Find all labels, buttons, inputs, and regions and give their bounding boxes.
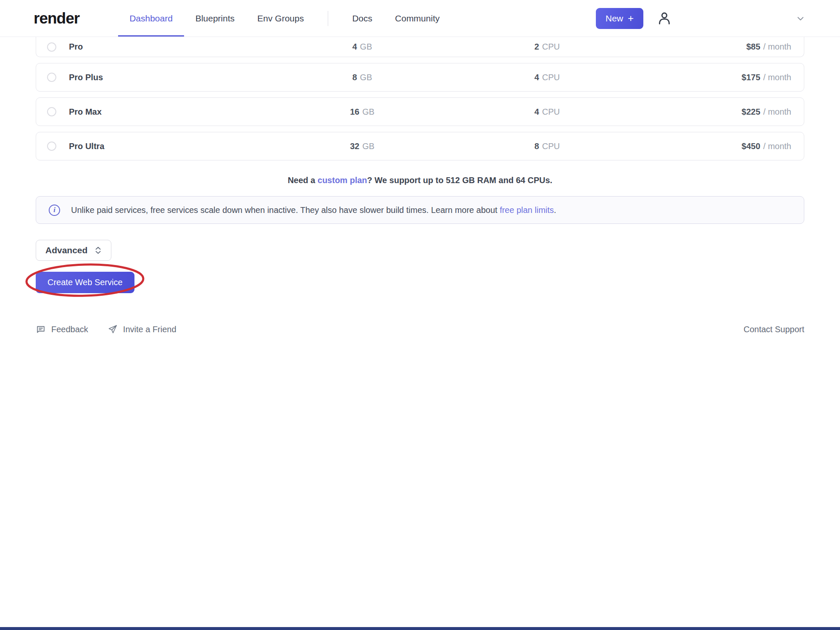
new-button-label: New — [606, 13, 623, 24]
plan-radio[interactable] — [47, 142, 56, 151]
page-footer: Feedback Invite a Friend Contact Support — [36, 324, 804, 334]
nav-item-docs[interactable]: Docs — [341, 0, 384, 37]
invite-friend-label: Invite a Friend — [123, 325, 176, 334]
plan-price: $175/ month — [640, 73, 793, 82]
notice-text-before: Unlike paid services, free services scal… — [71, 205, 500, 215]
chevron-down-icon[interactable] — [795, 13, 806, 24]
plan-ram: 4GB — [270, 42, 455, 52]
free-plan-notice: i Unlike paid services, free services sc… — [36, 196, 804, 224]
plan-cpu: 4CPU — [455, 107, 640, 117]
notice-text-after: . — [554, 205, 556, 215]
custom-plan-prefix: Need a — [288, 176, 318, 185]
plan-row[interactable]: Pro Ultra 32GB 8CPU $450/ month — [36, 132, 804, 160]
plan-cpu: 8CPU — [455, 142, 640, 151]
plan-name: Pro Max — [69, 107, 270, 117]
custom-plan-link[interactable]: custom plan — [318, 176, 367, 185]
feedback-label: Feedback — [51, 325, 88, 334]
plan-name: Pro Ultra — [69, 142, 270, 151]
create-section: Create Web Service — [36, 272, 134, 293]
plan-ram: 32GB — [270, 142, 455, 151]
custom-plan-suffix: ? We support up to 512 GB RAM and 64 CPU… — [367, 176, 553, 185]
plan-price: $85/ month — [640, 42, 793, 52]
nav-item-dashboard[interactable]: Dashboard — [118, 0, 184, 37]
notice-text: Unlike paid services, free services scal… — [71, 205, 556, 215]
nav-right: New + — [596, 0, 806, 37]
plus-icon: + — [628, 13, 634, 24]
user-avatar-icon[interactable] — [656, 10, 673, 27]
main-content: Pro 4GB 2CPU $85/ month Pro Plus 8GB 4CP… — [0, 37, 840, 334]
advanced-label: Advanced — [45, 245, 87, 255]
create-web-service-button[interactable]: Create Web Service — [36, 272, 134, 293]
plan-cpu: 4CPU — [455, 73, 640, 82]
plan-row[interactable]: Pro Max 16GB 4CPU $225/ month — [36, 97, 804, 126]
plan-price: $225/ month — [640, 107, 793, 117]
bottom-edge-bar — [0, 627, 840, 630]
primary-nav: Dashboard Blueprints Env Groups Docs Com… — [118, 0, 451, 37]
invite-friend-link[interactable]: Invite a Friend — [108, 324, 176, 334]
plan-radio[interactable] — [47, 42, 56, 52]
send-icon — [108, 324, 118, 334]
nav-item-env-groups[interactable]: Env Groups — [246, 0, 315, 37]
nav-divider — [328, 11, 328, 26]
chevron-up-down-icon — [95, 245, 102, 255]
plan-radio[interactable] — [47, 73, 56, 82]
nav-item-blueprints[interactable]: Blueprints — [184, 0, 246, 37]
advanced-toggle[interactable]: Advanced — [36, 240, 111, 261]
plan-list: Pro 4GB 2CPU $85/ month Pro Plus 8GB 4CP… — [36, 37, 804, 160]
nav-item-community[interactable]: Community — [384, 0, 451, 37]
top-nav: render Dashboard Blueprints Env Groups D… — [0, 0, 840, 37]
plan-radio[interactable] — [47, 107, 56, 116]
feedback-icon — [36, 324, 46, 334]
free-plan-limits-link[interactable]: free plan limits — [500, 205, 554, 215]
render-logo[interactable]: render — [34, 10, 79, 27]
plan-ram: 8GB — [270, 73, 455, 82]
plan-price: $450/ month — [640, 142, 793, 151]
plan-row[interactable]: Pro Plus 8GB 4CPU $175/ month — [36, 63, 804, 92]
new-button[interactable]: New + — [596, 8, 643, 29]
contact-support-link[interactable]: Contact Support — [743, 325, 804, 334]
feedback-link[interactable]: Feedback — [36, 324, 88, 334]
custom-plan-line: Need a custom plan? We support up to 512… — [36, 176, 804, 185]
plan-name: Pro — [69, 42, 270, 52]
plan-cpu: 2CPU — [455, 42, 640, 52]
plan-row[interactable]: Pro 4GB 2CPU $85/ month — [36, 37, 804, 57]
plan-name: Pro Plus — [69, 73, 270, 82]
info-icon: i — [49, 205, 60, 216]
plan-ram: 16GB — [270, 107, 455, 117]
